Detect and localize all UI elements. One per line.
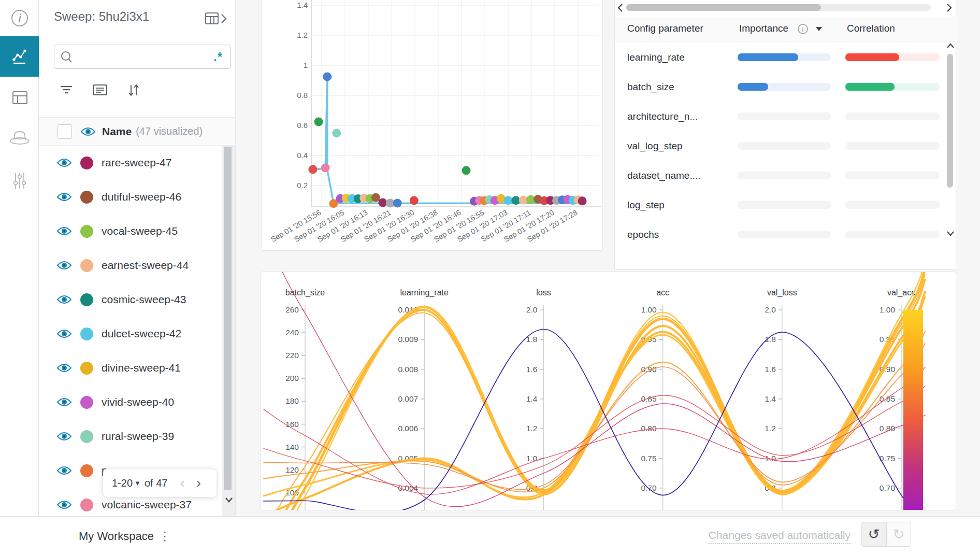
importance-row[interactable]: learning_rate <box>615 42 944 72</box>
importance-bar <box>738 53 831 61</box>
run-row[interactable]: rural-sweep-39 <box>39 419 221 453</box>
svg-text:220: 220 <box>285 351 299 360</box>
run-visibility-eye-icon[interactable] <box>56 363 72 373</box>
run-color-dot <box>80 464 93 477</box>
svg-text:i: i <box>18 12 21 24</box>
correlation-bar <box>845 231 940 238</box>
run-visibility-eye-icon[interactable] <box>56 397 72 407</box>
run-visibility-eye-icon[interactable] <box>56 192 72 202</box>
prev-page-button[interactable]: ‹ <box>180 478 184 488</box>
svg-text:1.4: 1.4 <box>526 394 538 403</box>
run-visibility-eye-icon[interactable] <box>56 226 72 236</box>
sweeps-tab[interactable] <box>0 125 39 149</box>
run-visibility-eye-icon[interactable] <box>56 260 72 271</box>
info-icon[interactable]: i <box>0 6 39 30</box>
scroll-left-icon[interactable] <box>616 2 625 13</box>
workspace-title[interactable]: My Workspace <box>79 517 154 555</box>
created-scatter-chart[interactable]: 1.41.210.80.60.40.2Sep 01 '20 15:56Sep 0… <box>262 0 603 251</box>
importance-row[interactable]: batch_size <box>615 72 944 102</box>
run-visibility-eye-icon[interactable] <box>56 500 72 510</box>
run-row[interactable]: dutiful-sweep-46 <box>39 180 221 214</box>
select-all-checkbox[interactable] <box>57 124 72 139</box>
run-name[interactable]: dulcet-sweep-42 <box>102 328 181 340</box>
run-row[interactable]: dulcet-sweep-42 <box>39 317 221 351</box>
created-chart-panel: 1.41.210.80.60.40.2Sep 01 '20 15:56Sep 0… <box>262 0 603 251</box>
toggle-all-visibility[interactable] <box>80 126 96 137</box>
horizontal-scrollbar[interactable] <box>615 2 957 13</box>
regex-toggle[interactable]: .* <box>213 50 230 64</box>
columns-button[interactable] <box>92 82 108 99</box>
parallel-coordinates-chart[interactable]: batch_size260240220200180160140120100lea… <box>261 272 956 510</box>
correlation-bar <box>845 172 940 179</box>
importance-row[interactable]: log_step <box>615 190 944 220</box>
parallel-coordinates-panel: batch_size260240220200180160140120100lea… <box>261 272 956 510</box>
svg-text:acc: acc <box>656 288 669 297</box>
search-input[interactable] <box>78 45 213 68</box>
parameter-name: log_step <box>627 190 665 220</box>
svg-text:val_loss: val_loss <box>767 288 797 297</box>
importance-row[interactable]: dataset_name.... <box>615 161 944 190</box>
run-name[interactable]: volcanic-sweep-37 <box>102 499 192 511</box>
run-list-header: Name (47 visualized) <box>39 117 236 146</box>
undo-button[interactable]: ↺ <box>861 522 886 547</box>
run-list-scrollbar-thumb[interactable] <box>224 147 232 490</box>
filter-button[interactable] <box>59 82 74 99</box>
run-row[interactable]: rare-sweep-47 <box>39 146 221 180</box>
importance-row[interactable]: architecture_n... <box>615 102 944 131</box>
vscroll-thumb[interactable] <box>947 54 953 188</box>
workspace-menu-kebab-icon[interactable]: ⋮ <box>158 517 171 555</box>
run-row[interactable]: vivid-sweep-40 <box>39 385 221 419</box>
svg-text:i: i <box>802 25 804 33</box>
run-visibility-eye-icon[interactable] <box>56 294 72 305</box>
scroll-right-icon[interactable] <box>944 2 954 13</box>
run-name[interactable]: rural-sweep-39 <box>102 430 174 443</box>
svg-text:1.0: 1.0 <box>526 454 538 463</box>
importance-info-icon[interactable]: i <box>797 23 809 35</box>
name-column-label: Name <box>102 125 132 138</box>
scroll-up-icon[interactable] <box>945 41 956 51</box>
run-visibility-eye-icon[interactable] <box>56 465 72 476</box>
controls-tab[interactable] <box>0 169 39 193</box>
run-row[interactable]: divine-sweep-41 <box>39 351 221 385</box>
svg-text:0.006: 0.006 <box>398 424 418 433</box>
page-size-caret-icon[interactable]: ▼ <box>134 479 141 487</box>
next-page-button[interactable]: › <box>196 478 201 488</box>
run-visibility-eye-icon[interactable] <box>56 431 72 442</box>
run-visibility-eye-icon[interactable] <box>56 329 72 339</box>
vertical-scrollbar[interactable] <box>944 41 957 248</box>
redo-button[interactable]: ↻ <box>886 522 911 547</box>
svg-text:0.4: 0.4 <box>297 151 308 160</box>
hscroll-thumb[interactable] <box>626 4 821 11</box>
run-row[interactable]: earnest-sweep-44 <box>39 248 221 282</box>
run-name[interactable]: vivid-sweep-40 <box>102 396 174 408</box>
charts-tab[interactable] <box>0 36 39 77</box>
run-name[interactable]: dutiful-sweep-46 <box>102 191 181 203</box>
importance-row[interactable]: val_log_step <box>615 131 944 161</box>
scroll-down-icon[interactable] <box>223 493 235 506</box>
importance-column-sort[interactable]: Importance <box>739 23 788 34</box>
run-name[interactable]: divine-sweep-41 <box>102 362 181 374</box>
importance-row[interactable]: epochs <box>615 220 944 249</box>
run-name[interactable]: rare-sweep-47 <box>102 156 171 169</box>
run-visibility-eye-icon[interactable] <box>56 158 72 168</box>
sort-caret-icon[interactable] <box>815 26 823 32</box>
page-range[interactable]: 1-20 <box>112 477 133 489</box>
parameter-name: val_log_step <box>627 131 683 161</box>
expand-table-button[interactable] <box>205 11 228 28</box>
run-row[interactable]: vocal-sweep-45 <box>39 214 221 248</box>
run-row[interactable]: cosmic-sweep-43 <box>39 282 221 317</box>
correlation-bar <box>845 83 940 91</box>
save-status: Changes saved automatically <box>709 529 851 544</box>
scroll-down-icon[interactable] <box>945 229 956 238</box>
tables-tab[interactable] <box>0 86 39 109</box>
sort-button[interactable] <box>125 82 141 101</box>
svg-text:0.009: 0.009 <box>398 335 418 344</box>
run-name[interactable]: earnest-sweep-44 <box>102 259 189 272</box>
parameter-importance-panel: Config parameter Importance i Correlatio… <box>614 0 956 270</box>
run-name[interactable]: cosmic-sweep-43 <box>102 293 186 306</box>
run-name[interactable]: vocal-sweep-45 <box>102 225 178 237</box>
svg-text:0.2: 0.2 <box>297 181 308 190</box>
svg-text:1.2: 1.2 <box>765 424 776 433</box>
grid-expand-icon <box>205 11 228 26</box>
run-list: rare-sweep-47dutiful-sweep-46vocal-sweep… <box>39 146 221 516</box>
